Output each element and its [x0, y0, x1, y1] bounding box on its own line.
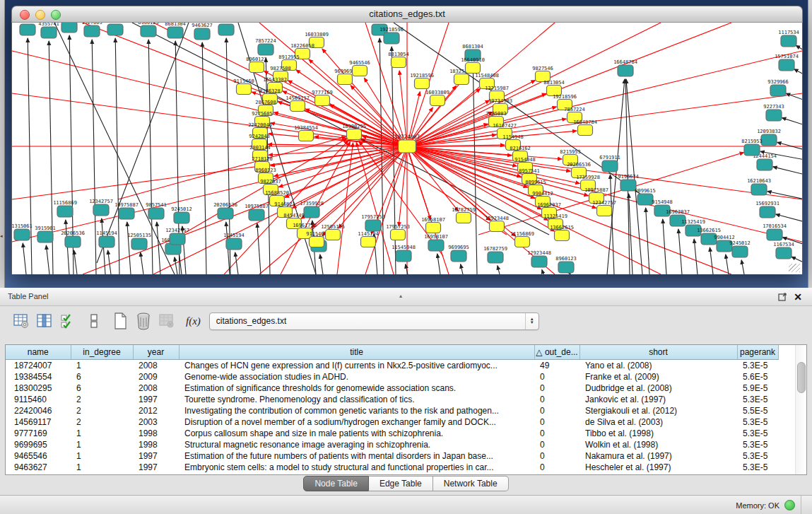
table-cell[interactable]: Corpus callosum shape and size in male p…	[179, 428, 534, 439]
black-edge[interactable]	[741, 260, 744, 274]
table-row[interactable]: 1872400712008Changes of HCN gene express…	[6, 360, 778, 372]
table-cell[interactable]: 5.3E-5	[737, 462, 778, 473]
table-cell[interactable]: 18300295	[6, 382, 71, 394]
network-node[interactable]: 18724007	[394, 134, 420, 153]
float-panel-icon[interactable]	[778, 292, 787, 301]
table-cell[interactable]: 5.3E-5	[737, 439, 778, 450]
black-edge[interactable]	[74, 250, 77, 274]
results-panel-collapsed-edge[interactable]	[808, 0, 812, 288]
table-cell[interactable]: 0	[534, 394, 579, 405]
black-edge[interactable]	[175, 257, 177, 274]
table-cell[interactable]: 9463627	[6, 462, 71, 473]
network-node[interactable]: 9115460	[306, 231, 327, 247]
table-cell[interactable]: 1	[71, 450, 133, 462]
red-edge[interactable]	[407, 93, 546, 146]
table-row[interactable]: 1830029562008Estimation of significance …	[6, 382, 778, 394]
table-cell[interactable]: 0	[534, 371, 579, 382]
memory-ok-indicator[interactable]	[784, 500, 795, 510]
table-cell[interactable]: 2012	[133, 405, 179, 416]
table-cell[interactable]: 0	[534, 439, 579, 450]
table-cell[interactable]: 1997	[133, 450, 179, 462]
black-edge[interactable]	[663, 219, 666, 274]
table-cell[interactable]: 1	[71, 439, 133, 450]
table-cell[interactable]: 5.3E-5	[737, 428, 778, 439]
table-cell[interactable]: 0	[534, 405, 579, 416]
table-cell[interactable]: 5.5E-5	[737, 405, 778, 416]
column-header[interactable]: short	[579, 345, 737, 360]
table-cell[interactable]: 22420046	[6, 405, 71, 416]
network-node[interactable]: 9465546	[349, 60, 370, 76]
network-node[interactable]: 9857541	[146, 202, 167, 219]
network-node[interactable]: 9699695	[448, 245, 469, 262]
splitter-collapse-icon[interactable]: ▴	[399, 287, 402, 305]
close-icon[interactable]: ✕	[794, 292, 802, 302]
black-edge[interactable]	[694, 239, 698, 274]
table-cell[interactable]: Hescheler et al. (1997)	[579, 462, 737, 473]
network-node[interactable]: 11156869	[53, 200, 77, 217]
table-cell[interactable]: Estimation of significance thresholds fo…	[179, 382, 534, 394]
red-edge[interactable]	[285, 146, 407, 197]
table-cell[interactable]: 1	[71, 462, 133, 473]
network-node[interactable]: 8681304	[165, 23, 186, 38]
black-edge[interactable]	[141, 252, 143, 274]
table-cell[interactable]: 19384554	[6, 371, 71, 382]
black-edge[interactable]	[257, 223, 261, 274]
table-cell[interactable]: 6	[71, 382, 133, 394]
network-node[interactable]: 8960123	[246, 57, 267, 73]
column-header[interactable]: pagerank	[737, 345, 778, 360]
network-node[interactable]: 3915901	[35, 226, 56, 243]
table-row[interactable]: 946362711997Embryonic stem cells: a mode…	[6, 462, 778, 473]
window-titlebar[interactable]: citations_edges.txt	[11, 6, 803, 23]
network-node[interactable]: 9227343	[763, 104, 784, 121]
network-node[interactable]: 17957253	[361, 214, 385, 231]
table-cell[interactable]: Embryonic stem cells: a model to study s…	[179, 462, 534, 473]
network-node[interactable]: 9777169	[312, 90, 333, 106]
window-resize-grip[interactable]	[789, 264, 800, 272]
column-header[interactable]: year	[133, 345, 179, 360]
network-node[interactable]: 9115460	[233, 78, 254, 95]
black-edge[interactable]	[782, 118, 802, 125]
table-cell[interactable]: Genome-wide association studies in ADHD.	[179, 371, 534, 382]
table-cell[interactable]: 5.6E-5	[737, 371, 778, 382]
network-node[interactable]: 1145194	[223, 233, 245, 250]
black-edge[interactable]	[115, 38, 119, 274]
table-cell[interactable]: Stergiakouli et al. (2012)	[579, 405, 737, 416]
table-cell[interactable]: Tibbo et al. (1998)	[579, 428, 737, 439]
table-cell[interactable]: 2003	[133, 416, 179, 428]
network-node[interactable]: 8960123	[555, 256, 577, 273]
table-cell[interactable]: Dudbridge et al. (2008)	[579, 382, 737, 394]
network-node[interactable]: 6791911	[599, 155, 620, 172]
network-node[interactable]: 1527605	[81, 23, 102, 37]
minimize-window-button[interactable]	[35, 10, 45, 20]
citation-network-graph[interactable]: 2069140643557411005526715276051315061896…	[12, 23, 802, 274]
black-edge[interactable]	[794, 69, 802, 75]
table-cell[interactable]: 5.3E-5	[737, 360, 778, 372]
network-node[interactable]: 20206536	[213, 202, 237, 219]
network-node[interactable]: 8215953	[741, 139, 763, 156]
network-node[interactable]: 1167534	[773, 242, 794, 259]
black-edge[interactable]	[97, 23, 189, 263]
network-node[interactable]: 19384554	[294, 125, 318, 141]
network-node[interactable]: 7857224	[255, 38, 276, 55]
table-cell[interactable]: 1997	[133, 462, 179, 473]
create-column-icon[interactable]	[110, 311, 130, 331]
column-header[interactable]: in_degree	[71, 345, 133, 360]
table-cell[interactable]: 2	[71, 416, 133, 428]
black-edge[interactable]	[461, 264, 463, 274]
network-node[interactable]: 1145194	[358, 231, 379, 247]
black-edge[interactable]	[678, 229, 682, 274]
column-header[interactable]: title	[179, 345, 534, 360]
network-node[interactable]: 20691406	[16, 23, 40, 35]
table-cell[interactable]: 49	[534, 360, 579, 372]
black-edge[interactable]	[710, 247, 713, 274]
network-node[interactable]: 1315061	[12, 223, 33, 240]
table-cell[interactable]: 2	[71, 405, 133, 416]
table-cell[interactable]: 0	[534, 416, 579, 428]
table-row[interactable]: 969969511998Structural magnetic resonanc…	[6, 439, 778, 450]
table-cell[interactable]: 1	[71, 428, 133, 439]
table-cell[interactable]: de Silva et al. (2003)	[579, 416, 737, 428]
network-node[interactable]: 16648784	[573, 119, 597, 136]
network-node[interactable]: 10975887	[245, 204, 269, 221]
network-node[interactable]: 16033809	[425, 90, 449, 106]
table-cell[interactable]: 0	[534, 382, 579, 394]
